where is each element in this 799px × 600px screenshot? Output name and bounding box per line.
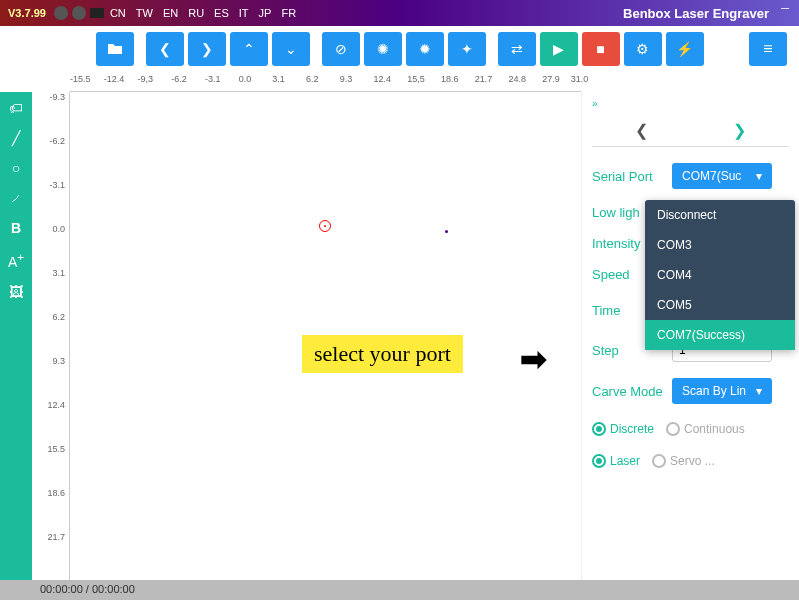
title-bar: V3.7.99 CN TW EN RU ES IT JP FR Benbox L… [0, 0, 799, 26]
target-button[interactable]: ✦ [448, 32, 486, 66]
titlebar-icon-2[interactable] [72, 6, 86, 20]
discrete-radio[interactable]: Discrete [592, 422, 654, 436]
lang-en[interactable]: EN [163, 7, 178, 19]
canvas-point [445, 230, 448, 233]
origin-marker [319, 220, 331, 232]
toolbar: ❮ ❯ ⌃ ⌄ ⊘ ✺ ✹ ✦ ⇄ ▶ ■ ⚙ ⚡ ≡ [0, 26, 799, 72]
continuous-radio[interactable]: Continuous [666, 422, 745, 436]
lang-tw[interactable]: TW [136, 7, 153, 19]
serial-port-menu: Disconnect COM3 COM4 COM5 COM7(Success) [645, 200, 795, 350]
line-tool-icon[interactable]: ╱ [12, 130, 20, 146]
lang-fr[interactable]: FR [281, 7, 296, 19]
tool-sidebar: 🏷 ╱ ○ ⟋ B A+ 🖼 [0, 92, 32, 580]
shuffle-button[interactable]: ⇄ [498, 32, 536, 66]
tag-tool-icon[interactable]: 🏷 [9, 100, 23, 116]
cancel-button[interactable]: ⊘ [322, 32, 360, 66]
canvas-area[interactable]: select your port ➡ [70, 92, 581, 580]
port-option-disconnect[interactable]: Disconnect [645, 200, 795, 230]
stop-button[interactable]: ■ [582, 32, 620, 66]
port-option-com4[interactable]: COM4 [645, 260, 795, 290]
arc-tool-icon[interactable]: ⟋ [9, 190, 23, 206]
ruler-horizontal: -15.5 -12.4 -9,3 -6.2 -3.1 0.0 3.1 6.2 9… [70, 72, 581, 92]
serial-port-label: Serial Port [592, 169, 672, 184]
right-button[interactable]: ❯ [188, 32, 226, 66]
chevron-down-icon: ▾ [756, 169, 762, 183]
lang-cn[interactable]: CN [110, 7, 126, 19]
panel-forward-button[interactable]: ❯ [691, 115, 790, 146]
settings-panel: » ❮ ❯ Serial Port COM7(Suc▾ Low ligh Int… [581, 92, 799, 580]
image-tool-icon[interactable]: 🖼 [9, 284, 23, 300]
left-button[interactable]: ❮ [146, 32, 184, 66]
carve-mode-dropdown[interactable]: Scan By Lin▾ [672, 378, 772, 404]
collapse-panel-button[interactable]: » [592, 98, 789, 109]
sun-outline-button[interactable]: ✺ [364, 32, 402, 66]
up-button[interactable]: ⌃ [230, 32, 268, 66]
circle-tool-icon[interactable]: ○ [12, 160, 20, 176]
flash-button[interactable]: ⚡ [666, 32, 704, 66]
titlebar-icon-1[interactable] [54, 6, 68, 20]
down-button[interactable]: ⌄ [272, 32, 310, 66]
play-button[interactable]: ▶ [540, 32, 578, 66]
laser-radio[interactable]: Laser [592, 454, 640, 468]
port-option-com3[interactable]: COM3 [645, 230, 795, 260]
ruler-vertical: -9.3 -6.2 -3.1 0.0 3.1 6.2 9.3 12.4 15.5… [32, 92, 70, 580]
version-label: V3.7.99 [8, 7, 46, 19]
carve-mode-label: Carve Mode [592, 384, 672, 399]
annotation-arrow-icon: ➡ [520, 340, 547, 378]
status-bar: 00:00:00 / 00:00:00 [0, 580, 799, 600]
chevron-down-icon: ▾ [756, 384, 762, 398]
port-option-com7[interactable]: COM7(Success) [645, 320, 795, 350]
port-option-com5[interactable]: COM5 [645, 290, 795, 320]
servo-radio[interactable]: Servo ... [652, 454, 715, 468]
minimize-icon[interactable]: ─ [781, 2, 789, 14]
lang-it[interactable]: IT [239, 7, 249, 19]
app-title: Benbox Laser Engraver [623, 6, 769, 21]
serial-port-dropdown[interactable]: COM7(Suc▾ [672, 163, 772, 189]
bold-tool-icon[interactable]: B [11, 220, 21, 236]
flag-icon[interactable] [90, 8, 104, 18]
annotation-label: select your port [302, 335, 463, 373]
sun-fill-button[interactable]: ✹ [406, 32, 444, 66]
panel-back-button[interactable]: ❮ [592, 115, 691, 146]
lang-jp[interactable]: JP [259, 7, 272, 19]
menu-button[interactable]: ≡ [749, 32, 787, 66]
gear-button[interactable]: ⚙ [624, 32, 662, 66]
open-file-button[interactable] [96, 32, 134, 66]
time-status: 00:00:00 / 00:00:00 [40, 583, 135, 595]
font-tool-icon[interactable]: A+ [8, 250, 24, 270]
lang-es[interactable]: ES [214, 7, 229, 19]
lang-ru[interactable]: RU [188, 7, 204, 19]
